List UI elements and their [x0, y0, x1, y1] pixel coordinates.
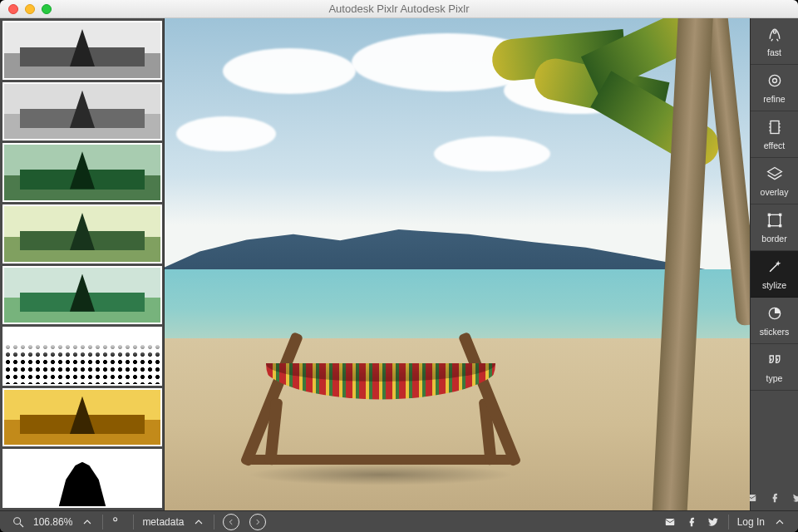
style-preset-thumb[interactable]: [2, 204, 162, 264]
chevron-up-icon: [773, 515, 786, 529]
metadata-label: metadata: [142, 516, 184, 528]
style-preset-thumb[interactable]: [2, 82, 162, 141]
tool-label: overlay: [761, 187, 789, 197]
style-preset-thumb[interactable]: [2, 21, 162, 80]
close-window-button[interactable]: [8, 4, 18, 14]
bottom-toolbar: 106.86% metadata: [0, 510, 798, 532]
zoom-icon[interactable]: [12, 515, 25, 529]
prev-button[interactable]: [223, 514, 239, 530]
image-canvas[interactable]: [165, 18, 750, 510]
next-button[interactable]: [249, 514, 266, 530]
twitter-icon[interactable]: [792, 492, 799, 507]
svg-point-21: [114, 517, 117, 520]
window-controls: [0, 4, 52, 14]
style-preset-thumb[interactable]: [2, 143, 162, 202]
chevron-up-icon: [192, 515, 205, 529]
twitter-icon[interactable]: [707, 515, 720, 529]
style-presets-panel: [0, 18, 165, 510]
svg-line-16: [770, 263, 778, 271]
svg-rect-22: [665, 518, 674, 525]
tool-label: effect: [764, 140, 786, 150]
target-icon: [766, 72, 783, 91]
tool-label: stickers: [760, 327, 790, 337]
rocket-icon: [766, 26, 783, 44]
login-button[interactable]: Log In: [729, 511, 795, 532]
tool-stylize[interactable]: stylize: [751, 251, 798, 298]
svg-rect-11: [769, 214, 780, 225]
facebook-icon[interactable]: [769, 492, 781, 507]
svg-line-20: [20, 524, 23, 527]
svg-rect-13: [779, 213, 781, 215]
svg-rect-12: [767, 213, 770, 215]
tool-label: refine: [763, 94, 785, 104]
tool-label: stylize: [762, 280, 786, 290]
svg-point-19: [14, 517, 21, 524]
tool-sidebar: fastrefineeffectoverlayborderstylizestic…: [750, 18, 798, 510]
sidebar-social-row: [751, 489, 798, 510]
filmstrip-icon: [766, 119, 783, 137]
mail-icon[interactable]: [663, 515, 677, 529]
tool-label: type: [766, 373, 783, 383]
layers-icon: [766, 165, 783, 184]
style-preset-thumb[interactable]: [2, 388, 162, 447]
svg-point-2: [772, 78, 776, 82]
style-preset-thumb[interactable]: [2, 449, 162, 508]
app-window: Autodesk Pixlr Autodesk Pixlr: [0, 0, 798, 532]
zoom-value: 106.86%: [33, 516, 72, 528]
zoom-window-button[interactable]: [42, 4, 52, 14]
border-icon: [766, 212, 783, 230]
svg-rect-15: [779, 224, 781, 227]
style-preset-thumb[interactable]: [2, 266, 162, 325]
svg-point-0: [773, 30, 776, 32]
login-label: Log In: [737, 516, 765, 528]
svg-point-1: [769, 75, 780, 86]
tool-stickers[interactable]: stickers: [751, 298, 798, 344]
tool-fast[interactable]: fast: [751, 18, 798, 65]
wand-icon: [766, 259, 783, 277]
facebook-icon[interactable]: [685, 515, 698, 529]
window-title: Autodesk Pixlr Autodesk Pixlr: [0, 2, 798, 15]
quote-icon: [766, 352, 783, 370]
degrees-icon: [111, 515, 125, 529]
minimize-window-button[interactable]: [25, 4, 35, 14]
chevron-up-icon[interactable]: [81, 515, 94, 529]
tool-label: fast: [767, 47, 781, 57]
tool-label: border: [761, 234, 786, 244]
sticker-icon: [766, 305, 783, 323]
tool-overlay[interactable]: overlay: [751, 158, 798, 204]
tool-border[interactable]: border: [751, 204, 798, 251]
canvas-area: [165, 18, 750, 510]
tool-effect[interactable]: effect: [751, 111, 798, 158]
metadata-button[interactable]: metadata: [134, 511, 214, 532]
svg-rect-14: [767, 224, 770, 227]
titlebar: Autodesk Pixlr Autodesk Pixlr: [0, 0, 798, 18]
style-preset-thumb[interactable]: [2, 327, 162, 386]
tool-refine[interactable]: refine: [751, 65, 798, 111]
svg-rect-3: [771, 121, 779, 133]
tool-type[interactable]: type: [751, 344, 798, 391]
svg-marker-10: [767, 167, 781, 175]
